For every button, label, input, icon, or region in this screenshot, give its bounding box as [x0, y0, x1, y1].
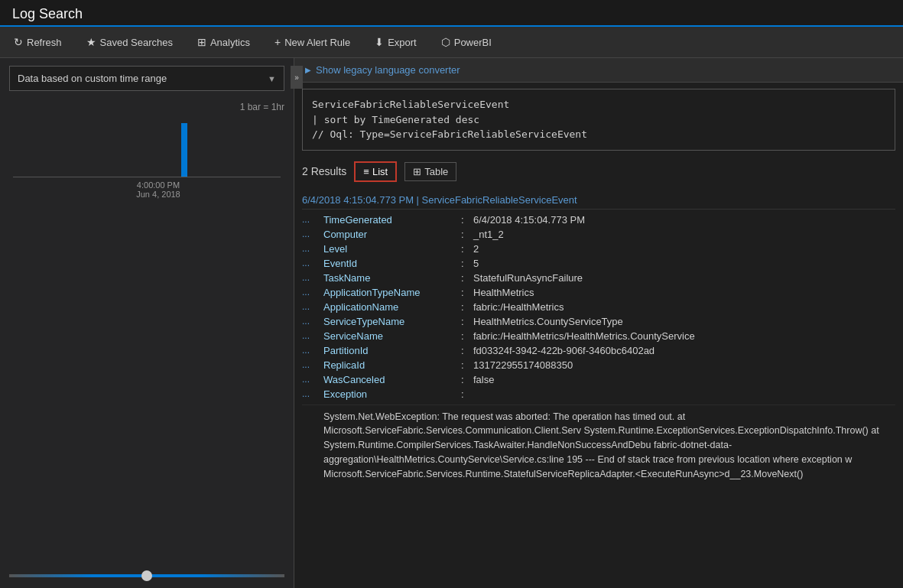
- field-name: PartitionId: [323, 345, 461, 356]
- exception-text: System.Net.WebException: The request was…: [302, 404, 895, 485]
- bar-item: [30, 175, 36, 177]
- field-value: HealthMetrics.CountyServiceType: [473, 316, 895, 327]
- powerbi-button[interactable]: ⬡ PowerBI: [437, 33, 496, 51]
- powerbi-icon: ⬡: [441, 36, 450, 48]
- field-expand-icon[interactable]: ...: [302, 301, 317, 312]
- field-expand-icon[interactable]: ...: [302, 229, 317, 239]
- grid-icon: ⊞: [197, 36, 206, 48]
- bar-item: [274, 175, 280, 177]
- field-expand-icon[interactable]: ...: [302, 316, 317, 326]
- bar-item: [316, 175, 322, 177]
- field-expand-icon[interactable]: ...: [302, 345, 317, 356]
- field-value: _nt1_2: [473, 229, 895, 240]
- field-name: ReplicaId: [323, 359, 461, 371]
- field-colon: :: [461, 316, 469, 327]
- field-colon: :: [461, 359, 469, 371]
- export-button[interactable]: ⬇ Export: [370, 33, 421, 51]
- field-value: 6/4/2018 4:15:04.773 PM: [473, 214, 895, 226]
- field-expand-icon[interactable]: ...: [302, 258, 317, 268]
- bar-legend: 1 bar = 1hr: [0, 99, 294, 115]
- result-1-fields: ...TimeGenerated:6/4/2018 4:15:04.773 PM…: [302, 210, 895, 404]
- field-row: ...ServiceTypeName:HealthMetrics.CountyS…: [302, 314, 895, 329]
- field-name: TaskName: [323, 272, 461, 284]
- plus-icon: +: [274, 36, 281, 48]
- chevron-right-icon: ▶: [305, 66, 311, 74]
- field-colon: :: [461, 345, 469, 356]
- field-expand-icon[interactable]: ...: [302, 374, 317, 385]
- field-expand-icon[interactable]: ...: [302, 272, 317, 283]
- list-view-button[interactable]: ≡ List: [354, 161, 397, 182]
- field-row: ...Computer:_nt1_2: [302, 227, 895, 242]
- saved-searches-button[interactable]: ★ Saved Searches: [82, 33, 177, 51]
- field-expand-icon[interactable]: ...: [302, 243, 317, 254]
- analytics-button[interactable]: ⊞ Analytics: [193, 33, 255, 51]
- field-name: ServiceName: [323, 330, 461, 342]
- collapse-panel-button[interactable]: »: [291, 66, 303, 89]
- bar-item: [240, 175, 246, 177]
- field-colon: :: [461, 301, 469, 313]
- bar-item: [148, 175, 154, 177]
- new-alert-rule-button[interactable]: + New Alert Rule: [270, 33, 355, 51]
- bar-item: [257, 175, 263, 177]
- field-name: ServiceTypeName: [323, 316, 461, 327]
- legacy-language-toggle[interactable]: ▶ Show legacy language converter: [294, 58, 903, 83]
- field-name: Exception: [323, 388, 461, 400]
- bar-item: [97, 175, 103, 177]
- field-row: ...TaskName:StatefulRunAsyncFailure: [302, 271, 895, 285]
- field-row: ...Level:2: [302, 242, 895, 256]
- field-row: ...ApplicationName:fabric:/HealthMetrics: [302, 300, 895, 314]
- field-expand-icon[interactable]: ...: [302, 388, 317, 399]
- left-panel: » Data based on custom time range ▼ 1 ba…: [0, 58, 294, 588]
- field-name: ApplicationName: [323, 301, 461, 313]
- time-range-dropdown[interactable]: Data based on custom time range ▼: [9, 66, 284, 91]
- bar-item: [131, 175, 137, 177]
- field-row: ...TimeGenerated:6/4/2018 4:15:04.773 PM: [302, 213, 895, 227]
- results-bar: 2 Results ≡ List ⊞ Table: [294, 157, 903, 187]
- bar-item: [206, 175, 213, 177]
- bar-item: [21, 175, 28, 177]
- time-range-slider[interactable]: [9, 574, 284, 577]
- main-layout: » Data based on custom time range ▼ 1 ba…: [0, 58, 903, 588]
- bar-item: [156, 175, 162, 177]
- field-value: fabric:/HealthMetrics: [473, 301, 895, 313]
- field-colon: :: [461, 229, 469, 240]
- bar-item: [282, 175, 288, 177]
- field-row: ...ServiceName:fabric:/HealthMetrics/Hea…: [302, 329, 895, 343]
- slider-container: [0, 559, 294, 588]
- bar-item: [55, 175, 61, 177]
- bar-item: [139, 175, 145, 177]
- bar-item: [63, 175, 70, 177]
- bar-item: [80, 175, 86, 177]
- table-view-button[interactable]: ⊞ Table: [404, 162, 456, 181]
- bar-item: [47, 175, 53, 177]
- bar-item: [232, 175, 238, 177]
- field-value: 2: [473, 243, 895, 255]
- field-expand-icon[interactable]: ...: [302, 214, 317, 225]
- field-expand-icon[interactable]: ...: [302, 287, 317, 297]
- field-colon: :: [461, 243, 469, 255]
- field-name: ApplicationTypeName: [323, 287, 461, 298]
- field-value: fd03324f-3942-422b-906f-3460bc6402ad: [473, 345, 895, 356]
- bar-item: [89, 175, 95, 177]
- bar-item: [173, 175, 179, 177]
- chart-area: 4:00:00 PM Jun 4, 2018: [0, 115, 294, 559]
- bar-item: [181, 123, 187, 177]
- field-name: Computer: [323, 229, 461, 240]
- field-colon: :: [461, 214, 469, 226]
- field-colon: :: [461, 388, 469, 400]
- field-expand-icon[interactable]: ...: [302, 359, 317, 370]
- refresh-button[interactable]: ↻ Refresh: [9, 33, 67, 51]
- bar-item: [223, 175, 229, 177]
- field-row: ...EventId:5: [302, 256, 895, 271]
- query-editor[interactable]: ServiceFabricReliableServiceEvent | sort…: [302, 89, 895, 151]
- field-colon: :: [461, 374, 469, 385]
- field-value: StatefulRunAsyncFailure: [473, 272, 895, 284]
- field-value: fabric:/HealthMetrics/HealthMetrics.Coun…: [473, 330, 895, 342]
- list-icon: ≡: [363, 166, 369, 177]
- field-row: ...WasCanceled:false: [302, 372, 895, 387]
- refresh-icon: ↻: [14, 36, 23, 48]
- title-bar: Log Search: [0, 0, 903, 27]
- field-expand-icon[interactable]: ...: [302, 330, 317, 341]
- result-1-header[interactable]: 6/4/2018 4:15:04.773 PM | ServiceFabricR…: [302, 190, 895, 210]
- chart-time-label: 4:00:00 PM Jun 4, 2018: [9, 177, 284, 199]
